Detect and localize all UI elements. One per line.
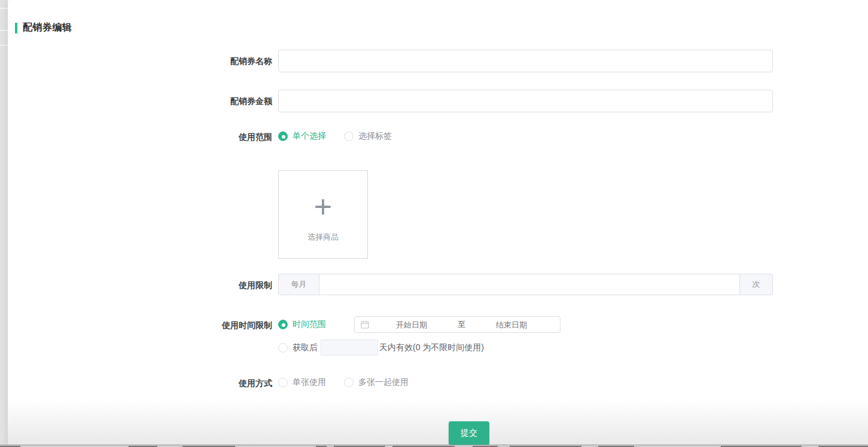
page-title: 配销券编辑 [23, 22, 72, 34]
radio-single-use[interactable] [278, 378, 288, 387]
background-divider [0, 45, 8, 46]
days-valid-prefix: 获取后 [293, 342, 318, 353]
date-range-separator: 至 [454, 319, 469, 330]
radio-single-select[interactable] [278, 131, 288, 141]
radio-select-tag[interactable] [344, 131, 354, 141]
submit-button[interactable]: 提交 [449, 421, 489, 445]
usage-scope-label: 使用范围 [8, 131, 272, 143]
usage-limit-append: 次 [740, 274, 773, 295]
days-valid-input[interactable] [321, 339, 378, 356]
radio-days-valid[interactable] [278, 343, 288, 353]
radio-single-select-label[interactable]: 单个选择 [293, 131, 326, 142]
radio-single-use-label[interactable]: 单张使用 [293, 377, 326, 388]
usage-scope-radio-group: 单个选择 选择标签 [278, 131, 392, 142]
usage-limit-input-group: 每月 次 [278, 274, 773, 295]
section-title: 配销券编辑 [15, 22, 72, 34]
radio-multi-use[interactable] [344, 378, 354, 387]
clipped-background-row [0, 445, 868, 447]
coupon-edit-card: 配销券编辑 配销券名称 配销券金额 使用范围 单个选择 选择标签 + 选择商品 … [8, 0, 868, 447]
radio-time-range-label[interactable]: 时间范围 [293, 319, 326, 330]
coupon-name-label: 配销券名称 [8, 55, 272, 67]
days-valid-suffix: 天内有效(0 为不限时间使用) [379, 342, 484, 353]
radio-time-range[interactable] [278, 320, 288, 329]
radio-select-tag-label[interactable]: 选择标签 [358, 131, 392, 142]
coupon-name-input[interactable] [278, 50, 773, 72]
title-accent-bar [15, 23, 17, 33]
usage-method-label: 使用方式 [8, 377, 272, 389]
coupon-edit-page: 配销券编辑 配销券名称 配销券金额 使用范围 单个选择 选择标签 + 选择商品 … [0, 0, 868, 447]
background-divider [0, 30, 8, 31]
coupon-amount-input[interactable] [278, 90, 773, 112]
footer-gradient [8, 399, 868, 445]
plus-icon: + [279, 191, 367, 222]
end-date-input[interactable] [469, 320, 554, 329]
usage-method-radio-group: 单张使用 多张一起使用 [278, 377, 409, 388]
time-range-option: 时间范围 [278, 319, 326, 330]
calendar-icon [361, 320, 369, 329]
select-product-label: 选择商品 [279, 232, 367, 243]
radio-multi-use-label[interactable]: 多张一起使用 [358, 377, 409, 388]
background-page-edge [0, 0, 8, 447]
background-divider [0, 8, 8, 9]
usage-limit-label: 使用限制 [8, 279, 272, 291]
time-limit-label: 使用时间限制 [8, 319, 272, 331]
days-valid-option: 获取后 [278, 342, 318, 353]
date-range-picker[interactable]: 至 [354, 316, 561, 333]
usage-limit-input[interactable] [319, 274, 740, 295]
select-product-box[interactable]: + 选择商品 [278, 170, 368, 259]
usage-limit-prepend: 每月 [278, 274, 319, 295]
start-date-input[interactable] [369, 320, 454, 329]
coupon-amount-label: 配销券金额 [8, 95, 272, 107]
